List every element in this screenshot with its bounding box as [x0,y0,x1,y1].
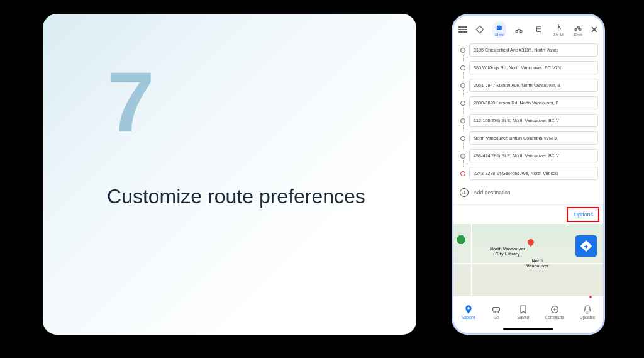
waypoint-row: 498-474 29th St E, North Vancouver, BC V [458,149,598,162]
options-button[interactable]: Options [569,208,598,221]
mode-bike-time: 32 min [573,33,582,36]
waypoint-input[interactable]: 498-474 29th St E, North Vancouver, BC V [469,149,598,162]
travel-mode-row: 13 min 1 hr 18 32 min ✕ [453,16,603,41]
nav-go[interactable]: Go [491,305,501,320]
nav-updates[interactable]: Updates [580,305,595,320]
updates-badge-icon [589,296,592,298]
destination-pin-icon [460,171,465,176]
waypoint-row: 2800-2820 Larson Rd, North Vancouver, B [458,96,598,109]
waypoint-row: 380 W Kings Rd, North Vancouver, BC V7N [458,61,598,74]
close-icon[interactable]: ✕ [591,25,598,35]
waypoint-dot-icon [460,101,465,106]
mode-walk-time: 1 hr 18 [553,33,564,36]
options-strip: Options [453,205,603,224]
nav-updates-label: Updates [580,315,595,320]
nav-explore[interactable]: Explore [462,305,475,320]
waypoint-input[interactable]: 3061-2947 Mahon Ave, North Vancouver, B [469,79,598,92]
waypoint-row: 3061-2947 Mahon Ave, North Vancouver, B [458,79,598,92]
step-title: Customize route preferences [107,185,365,208]
plus-icon: + [460,188,469,197]
waypoint-input[interactable]: 3105 Chesterfield Ave #3185, North Vanco [469,43,598,57]
bottom-nav: Explore Go Saved Contribute Updates [453,296,603,326]
mode-bike[interactable]: 32 min [571,21,585,38]
hamburger-icon[interactable] [458,26,467,33]
waypoint-input[interactable]: 112-100 27th St E, North Vancouver, BC V [469,114,598,127]
add-destination-label: Add destination [474,189,511,196]
waypoint-dot-icon [460,65,465,70]
nav-contribute-label: Contribute [545,315,564,320]
waypoint-row: 3105 Chesterfield Ave #3185, North Vanco [458,43,598,57]
home-indicator [503,328,553,330]
svg-point-1 [520,30,523,33]
mode-motorcycle[interactable] [512,21,526,38]
map-label-library: North VancouverCity Library [490,247,525,256]
nav-contribute[interactable]: Contribute [545,305,564,320]
nav-go-label: Go [494,315,499,320]
mode-transit[interactable] [532,21,546,38]
waypoint-row: North Vancouver, British Columbia V7M 3 [458,131,598,145]
map-area[interactable]: North VancouverCity Library NorthVancouv… [453,224,603,296]
waypoint-input[interactable]: 380 W Kings Rd, North Vancouver, BC V7N [469,61,598,74]
instruction-card: 7 Customize route preferences [43,14,416,335]
waypoint-row: 3242-3298 St Georges Ave, North Vancou [458,167,598,180]
add-destination-button[interactable]: + Add destination [458,184,598,202]
mode-car[interactable]: 13 min [492,21,506,38]
nav-explore-label: Explore [462,315,475,320]
nav-saved[interactable]: Saved [518,305,529,320]
mode-best[interactable] [473,21,487,38]
mode-car-time: 13 min [495,33,504,36]
waypoint-input[interactable]: 3242-3298 St Georges Ave, North Vancou [469,167,598,180]
waypoint-dot-icon [460,154,465,159]
waypoint-row: 112-100 27th St E, North Vancouver, BC V [458,114,598,127]
svg-point-8 [497,311,499,313]
waypoint-input[interactable]: North Vancouver, British Columbia V7M 3 [469,131,598,145]
waypoint-dot-icon [460,136,465,141]
svg-rect-2 [536,26,541,31]
svg-point-3 [558,24,559,25]
directions-fab[interactable] [575,235,597,257]
nav-saved-label: Saved [518,315,529,320]
waypoint-input[interactable]: 2800-2820 Larson Rd, North Vancouver, B [469,96,598,109]
waypoint-dot-icon [460,118,465,123]
svg-rect-6 [493,307,500,311]
phone-mock: 13 min 1 hr 18 32 min ✕ 3105 Chesterfi [452,14,605,335]
map-pin-icon [526,238,535,247]
map-label-city: NorthVancouver [526,259,548,268]
step-number: 7 [107,59,152,145]
waypoint-dot-icon [460,83,465,88]
waypoint-dot-icon [460,48,465,53]
mode-walk[interactable]: 1 hr 18 [552,21,565,38]
waypoints-list: 3105 Chesterfield Ave #3185, North Vanco… [453,41,603,204]
svg-point-7 [494,311,496,313]
